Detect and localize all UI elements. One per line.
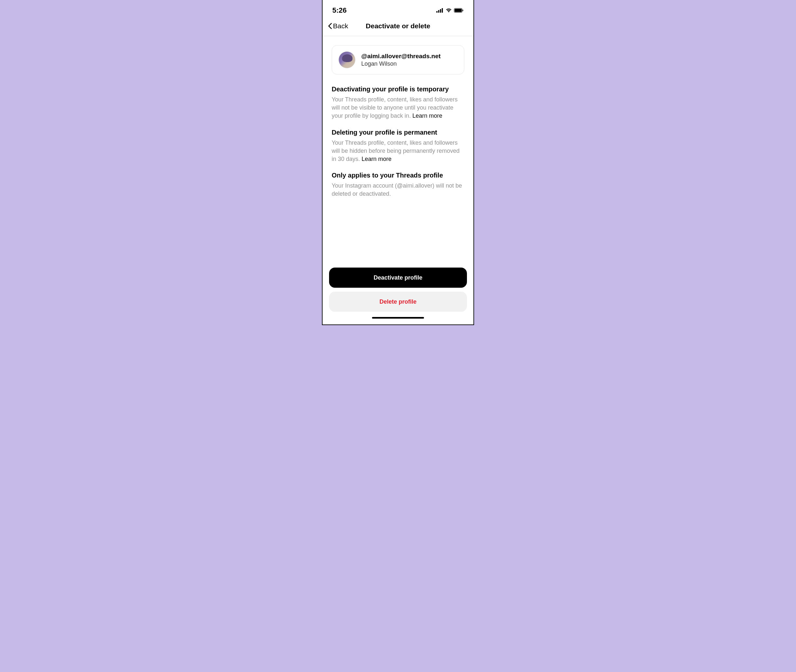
svg-rect-3 [442, 8, 443, 13]
content-area: @aimi.allover@threads.net Logan Wilson D… [323, 36, 473, 267]
section-scope: Only applies to your Threads profile You… [332, 172, 464, 198]
back-label: Back [333, 22, 348, 30]
account-handle: @aimi.allover@threads.net [361, 53, 440, 60]
avatar [338, 51, 356, 68]
svg-rect-1 [438, 10, 440, 13]
back-button[interactable]: Back [328, 22, 348, 30]
deactivate-button[interactable]: Deactivate profile [329, 267, 467, 288]
home-indicator[interactable] [372, 317, 424, 318]
wifi-icon [445, 8, 452, 13]
page-title: Deactivate or delete [366, 22, 430, 30]
section-deactivate: Deactivating your profile is temporary Y… [332, 85, 464, 120]
section-scope-body: Your Instagram account (@aimi.allover) w… [332, 182, 464, 198]
section-delete-body: Your Threads profile, content, likes and… [332, 139, 464, 163]
svg-rect-2 [440, 9, 441, 13]
section-scope-title: Only applies to your Threads profile [332, 172, 464, 179]
status-time: 5:26 [332, 6, 347, 14]
nav-bar: Back Deactivate or delete [323, 18, 473, 36]
section-deactivate-body: Your Threads profile, content, likes and… [332, 96, 464, 120]
svg-rect-5 [455, 9, 462, 12]
phone-frame: 5:26 [322, 0, 474, 325]
learn-more-delete[interactable]: Learn more [362, 156, 391, 162]
status-bar: 5:26 [323, 0, 473, 18]
account-name: Logan Wilson [361, 61, 440, 67]
battery-icon [454, 8, 464, 13]
learn-more-deactivate[interactable]: Learn more [412, 112, 442, 119]
svg-rect-0 [436, 11, 438, 13]
section-deactivate-title: Deactivating your profile is temporary [332, 85, 464, 93]
account-card: @aimi.allover@threads.net Logan Wilson [332, 45, 464, 74]
chevron-left-icon [328, 23, 332, 29]
section-delete-title: Deleting your profile is permanent [332, 129, 464, 136]
section-delete-text: Your Threads profile, content, likes and… [332, 139, 460, 162]
svg-rect-6 [463, 10, 463, 11]
account-text: @aimi.allover@threads.net Logan Wilson [361, 53, 440, 67]
cellular-icon [436, 8, 444, 13]
footer: Deactivate profile Delete profile [323, 267, 473, 325]
section-delete: Deleting your profile is permanent Your … [332, 129, 464, 163]
delete-button[interactable]: Delete profile [329, 292, 467, 312]
status-icons [436, 8, 464, 13]
